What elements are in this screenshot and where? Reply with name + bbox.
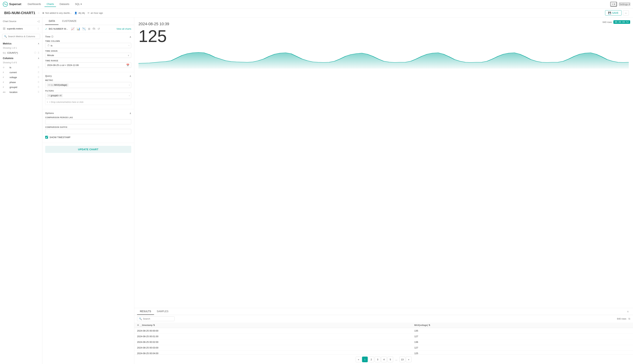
nav-dashboards[interactable]: Dashboards bbox=[26, 2, 43, 7]
column-type-ts: ⊙ bbox=[3, 66, 8, 68]
results-search-box[interactable]: 🔍 bbox=[137, 316, 174, 321]
time-grain-select[interactable]: Minute ∨ bbox=[45, 53, 131, 58]
chart-fill bbox=[138, 52, 629, 68]
show-timestamp-checkbox[interactable] bbox=[45, 136, 48, 138]
bar-chart-icon[interactable]: 📊 bbox=[76, 27, 81, 31]
filter-expand-icon[interactable]: › bbox=[129, 94, 130, 97]
prev-page-button[interactable]: « bbox=[356, 356, 361, 362]
page-3-button[interactable]: 3 bbox=[375, 356, 380, 362]
results-toolbar: 🔍 640 rows ⧉ bbox=[134, 315, 633, 322]
update-chart-button[interactable]: UPDATE CHART bbox=[45, 146, 131, 153]
cell-voltage-0: 135 bbox=[411, 328, 633, 334]
sort-icon[interactable]: ⇅ bbox=[153, 324, 155, 326]
search-icon: 🔍 bbox=[4, 35, 7, 38]
tab-data[interactable]: DATA bbox=[45, 18, 59, 25]
row-count-badge: 640 rows 00:00:00:52 bbox=[603, 20, 630, 24]
nav-sql[interactable]: SQL ▾ bbox=[73, 2, 84, 7]
metric-input[interactable]: ✕ f(x) MAX(voltage) › bbox=[45, 82, 131, 88]
left-panel: Chart Source ◁ ⊞ superdb.meters ⋮ 🔍 Metr… bbox=[0, 18, 42, 364]
tab-results[interactable]: RESULTS bbox=[137, 308, 154, 315]
time-column-select[interactable]: ⏱ ts › bbox=[45, 43, 131, 48]
page-4-button[interactable]: 4 bbox=[381, 356, 387, 362]
add-button[interactable]: + ▾ bbox=[610, 2, 617, 6]
area-chart-icon[interactable]: 📉 bbox=[82, 27, 86, 31]
query-section-toggle[interactable]: ∧ bbox=[129, 74, 131, 78]
query-section-title: Query bbox=[45, 75, 129, 77]
query-section-header: Query ∧ bbox=[45, 74, 131, 78]
next-page-button[interactable]: » bbox=[406, 356, 411, 362]
search-icon: 🔍 bbox=[139, 318, 142, 320]
remove-filter-icon[interactable]: ✕ bbox=[48, 94, 50, 97]
search-metrics-input[interactable] bbox=[8, 35, 38, 38]
big-number: 125 bbox=[138, 28, 629, 44]
metric-func-icon: f(x) bbox=[3, 52, 6, 54]
collapse-results-icon[interactable]: ∧ bbox=[625, 308, 630, 314]
page-5-button[interactable]: 5 bbox=[387, 356, 393, 362]
columns-title: Columns bbox=[3, 57, 38, 60]
time-range-input[interactable]: 2024-08-25 ≤ col < 2024-12-06 📅 bbox=[45, 62, 131, 68]
filter-drop-zone[interactable]: + + Drop columns/metrics here or click bbox=[45, 99, 131, 105]
nav-charts[interactable]: Charts bbox=[45, 2, 56, 7]
table-row: 2024-08-25 00:01:00 127 bbox=[134, 334, 633, 339]
cell-voltage-4: 125 bbox=[411, 350, 633, 354]
time-section-toggle[interactable]: ∧ bbox=[129, 36, 131, 38]
columns-toggle-icon[interactable]: ∧ bbox=[38, 57, 39, 60]
options-section-toggle[interactable]: ∧ bbox=[129, 112, 131, 115]
copy-icon[interactable]: ⧉ bbox=[628, 317, 630, 320]
save-button[interactable]: 💾 SAVE bbox=[605, 10, 621, 16]
line-chart-icon[interactable]: 📈 bbox=[71, 27, 75, 31]
page-13-button[interactable]: 13 bbox=[399, 356, 405, 362]
column-phase[interactable]: # phase ⠿ bbox=[0, 80, 42, 85]
datasource-more-icon[interactable]: ⋮ bbox=[37, 27, 39, 30]
cell-voltage-2: 136 bbox=[411, 339, 633, 345]
search-metrics-box[interactable]: 🔍 bbox=[2, 34, 40, 39]
metrics-section-header[interactable]: Metrics ∧ bbox=[0, 41, 42, 46]
column-type-groupid: # bbox=[3, 86, 8, 88]
clock-th-icon: ⚙ bbox=[137, 324, 139, 326]
star-icon[interactable]: ☆ bbox=[38, 11, 40, 15]
collapse-panel-icon[interactable]: ◁ bbox=[37, 20, 39, 23]
data-tabs: DATA CUSTOMIZE bbox=[42, 18, 134, 25]
table-icon[interactable]: ⊞ bbox=[88, 27, 91, 31]
options-section: Options ∧ COMPARISON PERIOD LAG COMPARIS… bbox=[42, 109, 134, 143]
tab-customize[interactable]: CUSTOMIZE bbox=[59, 18, 80, 25]
timer-badge: 00:00:00:52 bbox=[613, 20, 630, 24]
filters-input[interactable]: ✕ groupid = 4 › bbox=[45, 92, 131, 98]
page-1-button[interactable]: 1 bbox=[362, 356, 368, 362]
nav-datasets[interactable]: Datasets bbox=[57, 2, 71, 7]
columns-section-header[interactable]: Columns ∧ bbox=[0, 56, 42, 61]
app-logo[interactable]: Superset bbox=[3, 2, 21, 7]
comparison-lag-input[interactable] bbox=[45, 119, 131, 124]
column-voltage[interactable]: # voltage ⠿ bbox=[0, 75, 42, 80]
column-name-location: location bbox=[10, 91, 36, 94]
results-search-input[interactable] bbox=[143, 318, 172, 320]
user-label: dkj dkj bbox=[78, 12, 85, 14]
options-section-header: Options ∧ bbox=[45, 112, 131, 115]
refresh-icon[interactable]: ↺ bbox=[97, 27, 100, 31]
metrics-toggle-icon[interactable]: ∧ bbox=[38, 42, 39, 45]
column-name-current: current bbox=[10, 71, 36, 74]
page-2-button[interactable]: 2 bbox=[368, 356, 374, 362]
more-button[interactable]: ··· bbox=[623, 10, 629, 16]
comparison-suffix-input[interactable] bbox=[45, 129, 131, 134]
app-name: Superset bbox=[9, 3, 21, 6]
view-all-charts-link[interactable]: View all charts bbox=[116, 28, 131, 30]
save-label: SAVE bbox=[612, 12, 618, 14]
settings-button[interactable]: Settings ▾ bbox=[619, 2, 630, 6]
remove-metric-icon[interactable]: ✕ bbox=[48, 84, 50, 86]
row-count-label: 640 rows bbox=[603, 21, 612, 24]
4k-icon[interactable]: 4k bbox=[92, 27, 96, 31]
filter-tag-value: groupid = 4 bbox=[51, 94, 61, 97]
sort-icon-2[interactable]: ⇅ bbox=[429, 324, 430, 326]
column-ts[interactable]: ⊙ ts ⠿ bbox=[0, 65, 42, 70]
cell-timestamp-3: 2024-08-25 00:03:00 bbox=[134, 345, 411, 350]
metric-expand-icon[interactable]: › bbox=[129, 84, 130, 86]
dashboard-meta: 🖥 Not added to any dashb... bbox=[42, 12, 72, 14]
column-type-location: abc bbox=[3, 91, 8, 93]
column-current[interactable]: # current ⠿ bbox=[0, 70, 42, 75]
column-groupid[interactable]: # groupid ⠿ bbox=[0, 85, 42, 90]
sparkline-svg bbox=[138, 48, 629, 68]
tab-samples[interactable]: SAMPLES bbox=[154, 308, 171, 315]
column-type-phase: # bbox=[3, 81, 8, 83]
column-location[interactable]: abc location ⠿ bbox=[0, 90, 42, 94]
